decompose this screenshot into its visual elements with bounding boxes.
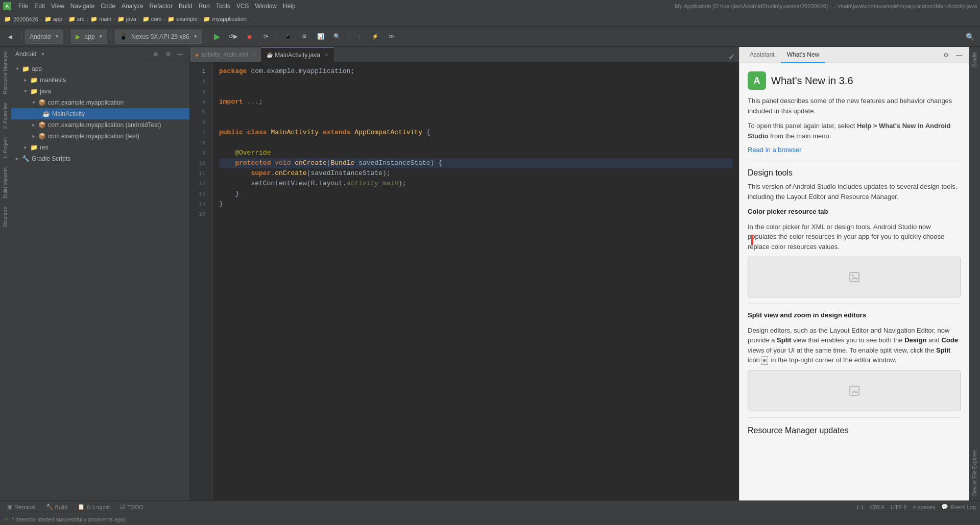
project-panel: Android ▼ ⊕ ⚙ — ▼ 📁 app ► 📁 manifests [11,47,190,501]
sidebar-device-file-explorer[interactable]: Device File Explorer [971,445,978,501]
sidebar-project[interactable]: 1: Project [2,133,9,163]
app-icon-small: ▶ [76,33,80,40]
tab-mainactivity-java[interactable]: ☕ MainActivity.java ✕ [261,47,333,62]
status-tab-logcat[interactable]: 📋 6: Logcat [75,501,113,513]
menu-window[interactable]: Window [252,0,280,12]
sidebar-structure[interactable]: Structure [2,203,9,232]
menu-analyze[interactable]: Analyze [118,0,147,12]
breadcrumb-20200426[interactable]: 20200426 [13,16,38,22]
status-message: * daemon started successfully (moments a… [12,516,126,522]
sidebar-gradle[interactable]: Gradle [971,47,978,72]
sync-button[interactable]: ⟳ [259,30,273,44]
right-panel-tabs: Assistant What's New ⚙ — [739,47,969,63]
status-tab-todo[interactable]: ☑ TODO [117,501,147,513]
read-in-browser-link[interactable]: Read in a browser [748,146,802,154]
stop-button[interactable]: ■ [243,30,257,44]
sdk-button[interactable]: ⚙ [297,30,312,44]
layout-inspector-button[interactable]: 🔍 [330,30,344,44]
breadcrumb-app[interactable]: 📁 app [44,16,62,22]
whats-new-title: What's New in 3.6 [771,75,853,87]
right-panel-content[interactable]: A What's New in 3.6 This panel describes… [739,63,969,501]
menu-edit[interactable]: Edit [31,0,48,12]
structure-button[interactable]: ≡ [352,30,366,44]
tab-activity-main-xml[interactable]: ◈ activity_main.xml ✕ [190,47,261,62]
menu-help[interactable]: Help [280,0,299,12]
status-position[interactable]: 1:1 [856,504,864,510]
tree-item-app[interactable]: ▼ 📁 app [11,63,189,74]
split-view-text: Design editors, such as the Layout Edito… [748,326,961,365]
code-content[interactable]: package com.example.myapplication; impor… [213,62,739,501]
breadcrumb-example[interactable]: 📁 example [168,16,198,22]
run-button[interactable]: ▶ [210,30,224,44]
breadcrumb-src[interactable]: 📁 src [68,16,85,22]
breadcrumb-item[interactable]: 📁 [4,16,11,22]
menu-code[interactable]: Code [98,0,118,12]
tree-item-manifests[interactable]: ► 📁 manifests [11,74,189,86]
breadcrumb-com[interactable]: 📁 com [142,16,162,22]
sidebar-resource-manager[interactable]: Resource Manager [2,47,9,98]
status-line-ending[interactable]: CRLF [870,504,885,510]
toolbar-sep-3 [111,31,111,42]
status-tab-terminal[interactable]: ▣ Terminal [4,501,39,513]
device-icon: 📱 [119,33,127,40]
menu-tools[interactable]: Tools [213,0,233,12]
tree-item-java[interactable]: ▼ 📁 java [11,86,189,97]
right-panel-settings-button[interactable]: ⚙ [940,49,951,61]
search-toolbar-button[interactable]: 🔍 [963,30,977,44]
status-event-log[interactable]: 💬 Event Log [941,504,976,510]
split-view-title: Split view and zoom in design editors [748,310,961,320]
app-icon: A [3,2,11,10]
project-tree-gear-button[interactable]: ⚙ [163,49,173,59]
app-dropdown[interactable]: ▶ app ▼ [71,30,107,44]
rerun-button[interactable]: ↺▶ [226,30,241,44]
avd-button[interactable]: 📱 [281,30,295,44]
device-dropdown[interactable]: 📱 Nexus 5X API 29 x86 ▼ [115,30,202,44]
menu-file[interactable]: File [15,0,31,12]
tree-item-package-test[interactable]: ► 📦 com.example.myapplication (test) [11,131,189,142]
tree-item-mainactivity[interactable]: ☕ MainActivity [11,108,189,119]
line-num-7: 7 [190,128,208,138]
tree-item-package-androidtest[interactable]: ► 📦 com.example.myapplication (androidTe… [11,119,189,131]
status-indent[interactable]: 4 spaces [913,504,935,510]
gradle-sync-button[interactable]: ⚡ [368,30,383,44]
project-panel-header: Android ▼ ⊕ ⚙ — [11,47,189,61]
tab-whats-new[interactable]: What's New [781,47,826,63]
statusbar: ▣ Terminal 🔨 Build 📋 6: Logcat ☑ TODO 1:… [0,501,980,513]
tab-assistant[interactable]: Assistant [744,47,781,63]
menu-build[interactable]: Build [176,0,196,12]
breadcrumb-myapplication[interactable]: 📁 myapplication [203,16,246,22]
status-encoding[interactable]: UTF-8 [891,504,906,510]
menu-run[interactable]: Run [196,0,213,12]
back-button[interactable]: ◄ [3,30,17,44]
android-panel-arrow[interactable]: ▼ [40,52,45,57]
breadcrumb-java[interactable]: 📁 java [117,16,136,22]
tree-item-res[interactable]: ► 📁 res [11,142,189,153]
toolbar-sep-5 [277,31,277,42]
tree-item-package-main[interactable]: ▼ 📦 com.example.myapplication [11,97,189,108]
tab-close-activity-main[interactable]: ✕ [252,52,256,58]
tab-close-mainactivity[interactable]: ✕ [324,52,328,58]
right-panel-close-button[interactable]: — [953,49,965,61]
folder-icon-res: 📁 [30,143,38,152]
project-tree-options-button[interactable]: ⊕ [151,49,161,59]
android-dropdown[interactable]: Android ▼ [25,30,63,44]
sidebar-build-variants[interactable]: Build Variants [2,163,9,203]
android-panel-label: Android [15,51,36,58]
code-editor[interactable]: 1 2 3 4 5 6 7 8 9 10 11 12 13 14 15 pack… [190,62,739,501]
tree-item-gradle[interactable]: ► 🔧 Gradle Scripts [11,153,189,164]
project-panel-collapse[interactable]: — [175,49,185,59]
code-line-14: } [219,199,733,209]
code-line-3 [219,87,733,97]
android-dropdown-arrow: ▼ [55,34,59,39]
event-log-icon: 💬 [941,504,948,510]
menu-vcs[interactable]: VCS [233,0,252,12]
menu-view[interactable]: View [48,0,67,12]
profiler-button[interactable]: 📊 [314,30,328,44]
more-toolbar-button[interactable]: ≫ [385,30,399,44]
code-line-7: public class MainActivity extends AppCom… [219,128,733,138]
breadcrumb-main[interactable]: 📁 main [90,16,111,22]
menu-refactor[interactable]: Refactor [147,0,176,12]
menu-navigate[interactable]: Navigate [67,0,98,12]
sidebar-favorites[interactable]: 2: Favorites [2,98,9,133]
status-tab-build[interactable]: 🔨 Build [43,501,70,513]
